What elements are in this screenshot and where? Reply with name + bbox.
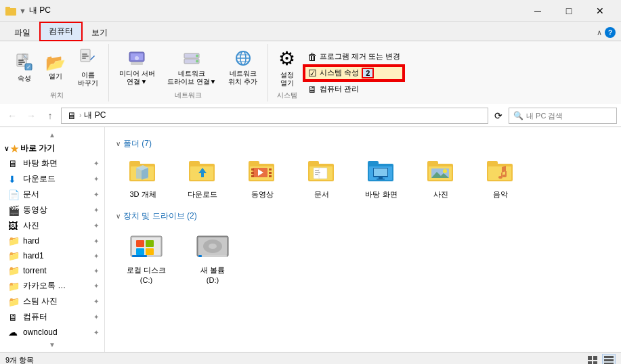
- sidebar-item-computer[interactable]: 🖥 컴퓨터 ✦: [0, 309, 104, 325]
- settings-button[interactable]: ⚙ 설정열기: [274, 45, 300, 89]
- folder-3d[interactable]: 3D 개체: [116, 155, 170, 202]
- folder-music-label: 음악: [493, 189, 508, 199]
- tab-computer[interactable]: 컴퓨터: [39, 22, 83, 41]
- hard-pin: ✦: [93, 237, 99, 245]
- folder-photos-label: 사진: [433, 189, 448, 199]
- folder-music[interactable]: 음악: [473, 155, 528, 202]
- media-server-button[interactable]: 미디어 서버연결▼: [114, 47, 160, 88]
- search-input[interactable]: [526, 112, 612, 120]
- content-area: ∨ 폴더 (7) 3D 개체: [105, 127, 621, 352]
- sidebar-item-kakao[interactable]: 📁 카카오톡 받≡ ✦: [0, 278, 104, 294]
- network-location-button[interactable]: 네트워크위치 추가: [223, 47, 262, 88]
- videos-icon: 🎬: [8, 205, 20, 216]
- search-box: 🔍: [509, 108, 617, 124]
- tab-view[interactable]: 보기: [83, 24, 116, 41]
- grid-view-button[interactable]: [586, 354, 599, 365]
- ribbon-group-location: ✓ 속성 📂 열기: [5, 44, 109, 101]
- svg-rect-60: [379, 177, 383, 179]
- devices-arrow: ∨: [116, 212, 121, 220]
- folders-section-header[interactable]: ∨ 폴더 (7): [116, 138, 610, 150]
- svg-rect-56: [368, 161, 379, 166]
- download-icon: ⬇: [8, 174, 20, 185]
- network-drive-button[interactable]: 네트워크드라이브 연결▼: [163, 47, 221, 88]
- sidebar-scroll-up[interactable]: ▲: [0, 130, 104, 140]
- svg-rect-27: [129, 161, 140, 166]
- svg-rect-94: [604, 359, 614, 361]
- folder-downloads[interactable]: 다운로드: [175, 155, 230, 202]
- open-button[interactable]: 📂 열기: [41, 53, 70, 83]
- svg-text:✓: ✓: [26, 64, 31, 70]
- kakao-pin: ✦: [93, 282, 99, 290]
- ribbon-collapse-arrow[interactable]: ∧: [597, 28, 602, 37]
- program-remove-button[interactable]: 🗑 프로그램 제거 또는 변경: [304, 49, 404, 64]
- computer-manage-icon: 🖥: [307, 84, 317, 95]
- sidebar-item-hard[interactable]: 📁 hard ✦: [0, 233, 104, 248]
- svg-rect-59: [374, 168, 387, 176]
- title-bar-left: ▼ 내 PC: [5, 5, 51, 16]
- folder-videos[interactable]: 동영상: [235, 155, 289, 202]
- folder-desktop[interactable]: 바탕 화면: [354, 155, 408, 202]
- docs-pin: ✦: [93, 191, 99, 198]
- sidebar-label-videos: 동영상: [23, 204, 47, 216]
- sidebar-item-hard1[interactable]: 📁 hard1 ✦: [0, 248, 104, 263]
- folder-docs-label: 문서: [314, 189, 329, 199]
- folder-desktop-label: 바탕 화면: [365, 189, 397, 199]
- drive-c[interactable]: 로컬 디스크(C:): [116, 227, 177, 288]
- sidebar-item-owncloud[interactable]: ☁ owncloud ✦: [0, 325, 104, 340]
- computer-pin: ✦: [93, 313, 99, 321]
- computer-manage-button[interactable]: 🖥 컴퓨터 관리: [304, 82, 404, 97]
- svg-rect-12: [82, 58, 86, 59]
- sidebar-item-torrent[interactable]: 📁 torrent ✦: [0, 263, 104, 278]
- docs-icon: 📄: [8, 189, 20, 200]
- system-props-button[interactable]: ☑ 시스템 속성 2: [304, 66, 404, 81]
- refresh-button[interactable]: ⟳: [491, 108, 506, 123]
- sidebar-label-kakao: 카카오톡 받≡: [23, 280, 70, 292]
- quick-access-header[interactable]: ∨ ★ 바로 가기: [0, 140, 104, 156]
- ribbon-content: ✓ 속성 📂 열기: [0, 41, 621, 104]
- sidebar-item-photos[interactable]: 🖼 사진 ✦: [0, 218, 104, 233]
- sidebar-item-desktop[interactable]: 🖥 바탕 화면 ✦: [0, 156, 104, 171]
- videos-pin: ✦: [93, 206, 99, 214]
- folder-downloads-icon: [189, 158, 216, 187]
- folder-photos[interactable]: 사진: [414, 155, 468, 202]
- folder-docs[interactable]: 문서: [295, 155, 349, 202]
- sidebar-item-videos[interactable]: 🎬 동영상 ✦: [0, 202, 104, 218]
- owncloud-pin: ✦: [93, 329, 99, 336]
- properties-button[interactable]: ✓ 속성: [11, 51, 38, 85]
- desktop-pin: ✦: [93, 160, 99, 167]
- sidebar-item-steam[interactable]: 📁 스팀 사진 ✦: [0, 294, 104, 309]
- sidebar-label-desktop: 바탕 화면: [23, 158, 58, 169]
- back-button[interactable]: ←: [4, 108, 20, 124]
- quick-access-star: ★: [10, 143, 19, 154]
- drive-d[interactable]: 새 볼륨(D:): [182, 227, 243, 288]
- svg-rect-91: [588, 361, 592, 365]
- drive-c-icon: [129, 231, 163, 263]
- maximize-button[interactable]: □: [553, 0, 584, 22]
- quick-access-arrow: ∨: [4, 145, 9, 152]
- network-drive-icon: [183, 49, 200, 68]
- download-pin: ✦: [93, 175, 99, 183]
- sidebar-label-steam: 스팀 사진: [23, 296, 58, 307]
- drives-grid: 로컬 디스크(C:) 새 볼륨(D:): [116, 227, 610, 288]
- address-path[interactable]: 🖥 › 내 PC: [61, 108, 488, 124]
- forward-button[interactable]: →: [23, 108, 39, 124]
- minimize-button[interactable]: ─: [522, 0, 553, 22]
- detail-view-button[interactable]: [602, 354, 616, 365]
- rename-button[interactable]: 이름바꾸기: [73, 46, 103, 89]
- svg-rect-78: [146, 240, 154, 247]
- sidebar-scroll-down[interactable]: ▼: [0, 340, 104, 350]
- tab-file[interactable]: 파일: [5, 24, 39, 41]
- folders-arrow: ∨: [116, 140, 121, 147]
- close-button[interactable]: ✕: [584, 0, 616, 22]
- folder-desktop-icon: [368, 158, 395, 187]
- svg-rect-41: [251, 172, 254, 174]
- sidebar-item-docs[interactable]: 📄 문서 ✦: [0, 187, 104, 202]
- svg-rect-89: [588, 356, 592, 360]
- devices-section-header[interactable]: ∨ 장치 및 드라이브 (2): [116, 210, 610, 222]
- svg-rect-43: [269, 168, 272, 170]
- sidebar-item-download[interactable]: ⬇ 다운로드 ✦: [0, 171, 104, 187]
- help-button[interactable]: ?: [605, 27, 616, 38]
- up-button[interactable]: ↑: [42, 108, 58, 124]
- hard1-icon: 📁: [8, 250, 20, 261]
- svg-rect-42: [251, 175, 254, 177]
